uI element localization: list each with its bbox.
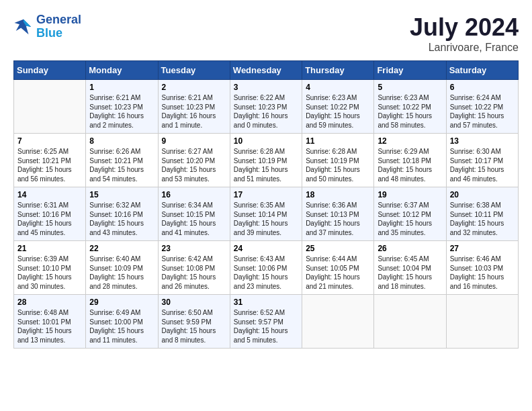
day-info: Sunrise: 6:40 AM Sunset: 10:09 PM Daylig… bbox=[89, 255, 154, 291]
calendar-cell: 9Sunrise: 6:27 AM Sunset: 10:20 PM Dayli… bbox=[158, 134, 230, 187]
calendar-cell: 13Sunrise: 6:30 AM Sunset: 10:17 PM Dayl… bbox=[446, 134, 518, 187]
calendar-cell: 30Sunrise: 6:50 AM Sunset: 9:59 PM Dayli… bbox=[158, 295, 230, 349]
weekday-header-monday: Monday bbox=[86, 61, 158, 80]
day-info: Sunrise: 6:46 AM Sunset: 10:03 PM Daylig… bbox=[450, 255, 515, 291]
calendar-cell: 12Sunrise: 6:29 AM Sunset: 10:18 PM Dayl… bbox=[374, 134, 446, 187]
day-number: 2 bbox=[162, 83, 226, 92]
day-number: 23 bbox=[162, 244, 226, 253]
calendar-cell: 11Sunrise: 6:28 AM Sunset: 10:19 PM Dayl… bbox=[302, 134, 374, 187]
calendar-cell: 4Sunrise: 6:23 AM Sunset: 10:22 PM Dayli… bbox=[302, 80, 374, 134]
calendar-cell: 1Sunrise: 6:21 AM Sunset: 10:23 PM Dayli… bbox=[86, 80, 158, 134]
day-number: 21 bbox=[17, 244, 82, 253]
day-info: Sunrise: 6:21 AM Sunset: 10:23 PM Daylig… bbox=[89, 93, 154, 130]
day-info: Sunrise: 6:52 AM Sunset: 9:57 PM Dayligh… bbox=[234, 308, 298, 345]
calendar-cell: 6Sunrise: 6:24 AM Sunset: 10:22 PM Dayli… bbox=[446, 80, 518, 134]
day-info: Sunrise: 6:24 AM Sunset: 10:22 PM Daylig… bbox=[450, 93, 515, 130]
calendar-cell bbox=[14, 80, 86, 134]
day-number: 17 bbox=[234, 190, 298, 199]
day-number: 28 bbox=[17, 298, 82, 307]
day-info: Sunrise: 6:34 AM Sunset: 10:15 PM Daylig… bbox=[162, 201, 226, 237]
page-header: General Blue July 2024 Lanrivoare, Franc… bbox=[13, 13, 519, 54]
calendar-cell: 7Sunrise: 6:25 AM Sunset: 10:21 PM Dayli… bbox=[14, 134, 86, 187]
day-info: Sunrise: 6:39 AM Sunset: 10:10 PM Daylig… bbox=[17, 255, 82, 291]
day-info: Sunrise: 6:23 AM Sunset: 10:22 PM Daylig… bbox=[378, 93, 442, 130]
calendar-cell bbox=[302, 295, 374, 349]
day-number: 24 bbox=[234, 244, 298, 253]
day-number: 18 bbox=[306, 190, 370, 199]
calendar-cell: 26Sunrise: 6:45 AM Sunset: 10:04 PM Dayl… bbox=[374, 241, 446, 295]
day-info: Sunrise: 6:29 AM Sunset: 10:18 PM Daylig… bbox=[378, 147, 442, 183]
calendar-cell: 31Sunrise: 6:52 AM Sunset: 9:57 PM Dayli… bbox=[230, 295, 302, 349]
weekday-header-tuesday: Tuesday bbox=[158, 61, 230, 80]
svg-marker-0 bbox=[15, 19, 32, 35]
day-info: Sunrise: 6:32 AM Sunset: 10:16 PM Daylig… bbox=[89, 201, 154, 237]
calendar-week-row: 28Sunrise: 6:48 AM Sunset: 10:01 PM Dayl… bbox=[14, 295, 519, 349]
calendar-week-row: 21Sunrise: 6:39 AM Sunset: 10:10 PM Dayl… bbox=[14, 241, 519, 295]
day-info: Sunrise: 6:28 AM Sunset: 10:19 PM Daylig… bbox=[306, 147, 370, 183]
day-info: Sunrise: 6:26 AM Sunset: 10:21 PM Daylig… bbox=[89, 147, 154, 183]
day-number: 11 bbox=[306, 136, 370, 146]
calendar-cell: 19Sunrise: 6:37 AM Sunset: 10:12 PM Dayl… bbox=[374, 187, 446, 241]
day-number: 14 bbox=[17, 190, 82, 199]
day-number: 5 bbox=[378, 83, 442, 92]
calendar-cell bbox=[374, 295, 446, 349]
logo-text: General Blue bbox=[36, 13, 81, 40]
day-info: Sunrise: 6:38 AM Sunset: 10:11 PM Daylig… bbox=[450, 201, 515, 237]
day-number: 9 bbox=[162, 136, 226, 146]
calendar-cell: 16Sunrise: 6:34 AM Sunset: 10:15 PM Dayl… bbox=[158, 187, 230, 241]
calendar-cell: 22Sunrise: 6:40 AM Sunset: 10:09 PM Dayl… bbox=[86, 241, 158, 295]
day-number: 10 bbox=[234, 136, 298, 146]
calendar-cell: 28Sunrise: 6:48 AM Sunset: 10:01 PM Dayl… bbox=[14, 295, 86, 349]
day-info: Sunrise: 6:21 AM Sunset: 10:23 PM Daylig… bbox=[162, 93, 226, 130]
calendar-cell: 25Sunrise: 6:44 AM Sunset: 10:05 PM Dayl… bbox=[302, 241, 374, 295]
calendar-header-row: SundayMondayTuesdayWednesdayThursdayFrid… bbox=[14, 61, 519, 80]
calendar-cell: 18Sunrise: 6:36 AM Sunset: 10:13 PM Dayl… bbox=[302, 187, 374, 241]
month-title: July 2024 bbox=[410, 13, 519, 42]
day-number: 7 bbox=[17, 136, 82, 146]
day-info: Sunrise: 6:27 AM Sunset: 10:20 PM Daylig… bbox=[162, 147, 226, 183]
weekday-header-thursday: Thursday bbox=[302, 61, 374, 80]
day-number: 6 bbox=[450, 83, 515, 92]
day-number: 22 bbox=[89, 244, 154, 253]
calendar-cell: 10Sunrise: 6:28 AM Sunset: 10:19 PM Dayl… bbox=[230, 134, 302, 187]
day-info: Sunrise: 6:35 AM Sunset: 10:14 PM Daylig… bbox=[234, 201, 298, 237]
calendar-cell: 8Sunrise: 6:26 AM Sunset: 10:21 PM Dayli… bbox=[86, 134, 158, 187]
calendar-cell: 24Sunrise: 6:43 AM Sunset: 10:06 PM Dayl… bbox=[230, 241, 302, 295]
day-number: 16 bbox=[162, 190, 226, 199]
logo-icon bbox=[13, 17, 34, 37]
day-number: 25 bbox=[306, 244, 370, 253]
day-info: Sunrise: 6:31 AM Sunset: 10:16 PM Daylig… bbox=[17, 201, 82, 237]
weekday-header-wednesday: Wednesday bbox=[230, 61, 302, 80]
title-block: July 2024 Lanrivoare, France bbox=[410, 13, 519, 54]
weekday-header-saturday: Saturday bbox=[446, 61, 518, 80]
day-number: 19 bbox=[378, 190, 442, 199]
calendar-cell: 15Sunrise: 6:32 AM Sunset: 10:16 PM Dayl… bbox=[86, 187, 158, 241]
calendar-week-row: 7Sunrise: 6:25 AM Sunset: 10:21 PM Dayli… bbox=[14, 134, 519, 187]
location: Lanrivoare, France bbox=[410, 42, 519, 54]
day-info: Sunrise: 6:36 AM Sunset: 10:13 PM Daylig… bbox=[306, 201, 370, 237]
day-info: Sunrise: 6:28 AM Sunset: 10:19 PM Daylig… bbox=[234, 147, 298, 183]
day-number: 29 bbox=[89, 298, 154, 307]
day-info: Sunrise: 6:43 AM Sunset: 10:06 PM Daylig… bbox=[234, 255, 298, 291]
calendar-cell: 3Sunrise: 6:22 AM Sunset: 10:23 PM Dayli… bbox=[230, 80, 302, 134]
calendar-cell: 21Sunrise: 6:39 AM Sunset: 10:10 PM Dayl… bbox=[14, 241, 86, 295]
calendar-cell: 20Sunrise: 6:38 AM Sunset: 10:11 PM Dayl… bbox=[446, 187, 518, 241]
calendar-cell bbox=[446, 295, 518, 349]
calendar-cell: 17Sunrise: 6:35 AM Sunset: 10:14 PM Dayl… bbox=[230, 187, 302, 241]
day-info: Sunrise: 6:48 AM Sunset: 10:01 PM Daylig… bbox=[17, 308, 82, 345]
calendar-cell: 29Sunrise: 6:49 AM Sunset: 10:00 PM Dayl… bbox=[86, 295, 158, 349]
weekday-header-friday: Friday bbox=[374, 61, 446, 80]
logo-general: General bbox=[36, 13, 81, 26]
day-info: Sunrise: 6:49 AM Sunset: 10:00 PM Daylig… bbox=[89, 308, 154, 345]
calendar-cell: 2Sunrise: 6:21 AM Sunset: 10:23 PM Dayli… bbox=[158, 80, 230, 134]
calendar-cell: 27Sunrise: 6:46 AM Sunset: 10:03 PM Dayl… bbox=[446, 241, 518, 295]
logo: General Blue bbox=[13, 13, 81, 40]
day-info: Sunrise: 6:37 AM Sunset: 10:12 PM Daylig… bbox=[378, 201, 442, 237]
day-number: 1 bbox=[89, 83, 154, 92]
calendar-cell: 23Sunrise: 6:42 AM Sunset: 10:08 PM Dayl… bbox=[158, 241, 230, 295]
day-number: 13 bbox=[450, 136, 515, 146]
day-info: Sunrise: 6:44 AM Sunset: 10:05 PM Daylig… bbox=[306, 255, 370, 291]
day-number: 30 bbox=[162, 298, 226, 307]
calendar-body: 1Sunrise: 6:21 AM Sunset: 10:23 PM Dayli… bbox=[14, 80, 519, 349]
weekday-header-sunday: Sunday bbox=[14, 61, 86, 80]
